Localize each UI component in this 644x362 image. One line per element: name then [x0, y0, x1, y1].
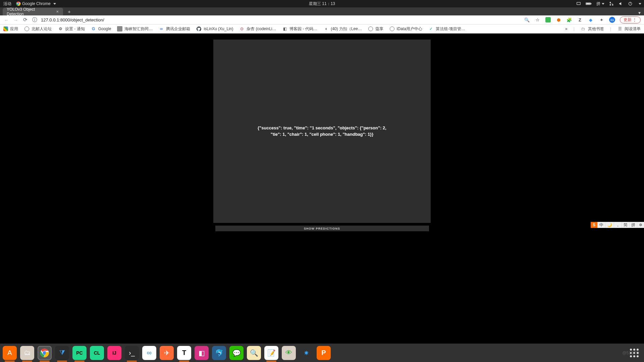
- show-predictions-button[interactable]: SHOW PREDICTIONS: [215, 226, 429, 231]
- star-icon[interactable]: ☆: [535, 17, 541, 23]
- dock-app-wechat[interactable]: 💬: [229, 346, 244, 360]
- bookmark-item[interactable]: ㅤ海峡智汇协同…: [117, 26, 153, 32]
- tab-strip: YOLOv3 Object Detection × + ▾: [0, 7, 644, 15]
- bookmark-item[interactable]: ⊙杂杏 (codeinLi…: [239, 26, 276, 32]
- favicon: ⊙: [239, 26, 245, 32]
- bookmark-item[interactable]: ◧博客园 - 代码…: [282, 26, 317, 32]
- dock: A 🗂 ⧩ PC CL IJ ›_ ∞ ✈ T ◧ 🐬 💬 🔍 📝 👁 ✷ P: [0, 344, 644, 362]
- extension-icon[interactable]: Z: [577, 17, 583, 23]
- dock-app-mysql[interactable]: 🐬: [212, 346, 226, 360]
- ime-punct[interactable]: ，: [614, 222, 622, 228]
- bookmark-item[interactable]: 北邮人论坛: [24, 26, 52, 32]
- dock-app-screenshot[interactable]: ◧: [195, 346, 209, 360]
- ime-simplified[interactable]: 简: [622, 222, 629, 228]
- extension-icon[interactable]: [545, 17, 551, 22]
- window-minimize-icon[interactable]: ▾: [638, 10, 641, 15]
- dock-app-eye[interactable]: 👁: [282, 346, 296, 360]
- power-icon[interactable]: [628, 1, 633, 6]
- dock-app-typora[interactable]: T: [177, 346, 191, 360]
- dock-app-chrome[interactable]: [38, 346, 52, 360]
- new-tab-button[interactable]: +: [68, 8, 71, 15]
- ime-theme-icon[interactable]: 🌙: [605, 222, 614, 228]
- forward-button[interactable]: →: [13, 17, 19, 23]
- search-icon[interactable]: 🔍: [524, 17, 530, 23]
- app-menu[interactable]: Google Chrome: [16, 1, 56, 6]
- ime-indicator[interactable]: 拼: [596, 1, 604, 7]
- ime-settings-icon[interactable]: ✲: [637, 222, 644, 228]
- favicon: ㅤ: [117, 26, 122, 32]
- svg-rect-8: [610, 4, 611, 6]
- favicon: ∞: [159, 26, 164, 32]
- extensions-button[interactable]: ✦: [598, 17, 604, 23]
- dock-app-pycharm[interactable]: PC: [72, 346, 87, 360]
- dock-app-baidu[interactable]: ∞: [142, 346, 156, 360]
- screen-icon[interactable]: [576, 1, 581, 6]
- update-button[interactable]: 更新⋮: [620, 16, 641, 23]
- favicon: ‹: [323, 26, 329, 32]
- bookmarks-overflow[interactable]: »: [565, 26, 568, 31]
- toolbar: ← → ⟳ ⓘ 127.0.0.1:8000/object_detection/…: [0, 15, 644, 24]
- dock-app-files[interactable]: 🗂: [20, 346, 34, 360]
- svg-rect-6: [610, 2, 611, 3]
- chevron-down-icon: [53, 3, 56, 5]
- dock-app-clion[interactable]: CL: [90, 346, 104, 360]
- address-bar[interactable]: 127.0.0.1:8000/object_detection/: [41, 17, 521, 22]
- network-icon[interactable]: [609, 1, 614, 6]
- close-icon[interactable]: ×: [55, 9, 60, 14]
- bookmark-item[interactable]: ∞腾讯企业邮箱: [159, 26, 190, 32]
- tab-title: YOLOv3 Object Detection: [7, 7, 52, 16]
- bookmark-item[interactable]: iData用户中心: [389, 26, 422, 32]
- reading-list[interactable]: ☰阅读清单: [617, 26, 641, 32]
- dock-app-loupe[interactable]: 🔍: [247, 346, 261, 360]
- app-menu-label: Google Chrome: [22, 1, 51, 6]
- reload-button[interactable]: ⟳: [22, 17, 28, 23]
- bookmark-item[interactable]: isLinXu (Xu_Lin): [196, 26, 233, 32]
- favicon: [24, 26, 30, 32]
- browser-tab[interactable]: YOLOv3 Object Detection ×: [3, 8, 63, 15]
- bookmarks-bar: 应用 北邮人论坛 ⚙设置 - 通知 GGoogle ㅤ海峡智汇协同… ∞腾讯企业…: [0, 24, 644, 34]
- volume-icon[interactable]: [619, 1, 623, 6]
- favicon: [368, 26, 373, 32]
- bookmark-item[interactable]: ⚙设置 - 通知: [58, 26, 85, 32]
- detection-json-output: {"success": true, "time": "1 seconds", "…: [258, 125, 386, 137]
- svg-rect-7: [612, 4, 613, 6]
- folder-icon: 🗀: [581, 26, 586, 32]
- page-viewport: {"success": true, "time": "1 seconds", "…: [0, 34, 644, 344]
- dock-app-notes[interactable]: 📝: [264, 346, 278, 360]
- apps-icon: [3, 26, 8, 31]
- profile-avatar[interactable]: xu: [609, 17, 615, 23]
- extension-icon[interactable]: 🧩: [566, 17, 572, 23]
- dock-app-terminal[interactable]: ›_: [125, 346, 139, 360]
- ime-toolbar[interactable]: S 中 🌙 ， 简 拼 ✲: [591, 222, 644, 228]
- ime-mode[interactable]: 中: [597, 222, 605, 228]
- svg-rect-2: [577, 2, 581, 5]
- chevron-down-icon: [602, 3, 604, 5]
- favicon: [389, 26, 395, 32]
- bookmark-item[interactable]: ✓算法组-项目管…: [428, 26, 465, 32]
- extension-icon[interactable]: ⬢: [555, 17, 561, 23]
- detection-result-panel: {"success": true, "time": "1 seconds", "…: [213, 40, 431, 223]
- apps-shortcut[interactable]: 应用: [3, 26, 18, 32]
- dock-app-wps[interactable]: P: [317, 346, 331, 360]
- chevron-down-icon: [639, 3, 641, 5]
- clock[interactable]: 星期三 11：13: [309, 1, 335, 7]
- bookmark-item[interactable]: GGoogle: [91, 26, 111, 32]
- dock-app-spark[interactable]: ✷: [299, 346, 313, 360]
- favicon: ✓: [428, 26, 434, 32]
- sogou-icon: S: [591, 222, 597, 228]
- dock-app-vscode[interactable]: ⧩: [55, 346, 69, 360]
- chrome-icon: [16, 1, 21, 6]
- dock-app-intellij[interactable]: IJ: [107, 346, 121, 360]
- bookmark-item[interactable]: 蔻享: [368, 26, 383, 32]
- ime-pinyin[interactable]: 拼: [629, 222, 637, 228]
- dock-app-postman[interactable]: ✈: [160, 346, 174, 360]
- site-info-icon[interactable]: ⓘ: [32, 17, 38, 23]
- activities-button[interactable]: 活动: [3, 1, 11, 7]
- battery-icon[interactable]: [586, 2, 592, 6]
- back-button[interactable]: ←: [3, 17, 9, 23]
- dock-app-software[interactable]: A: [3, 346, 17, 360]
- reading-list-icon: ☰: [617, 26, 623, 32]
- extension-icon[interactable]: ◆: [588, 17, 594, 23]
- other-bookmarks[interactable]: 🗀其他书签: [581, 26, 604, 32]
- bookmark-item[interactable]: ‹(40) 力扣（Lee…: [323, 26, 362, 32]
